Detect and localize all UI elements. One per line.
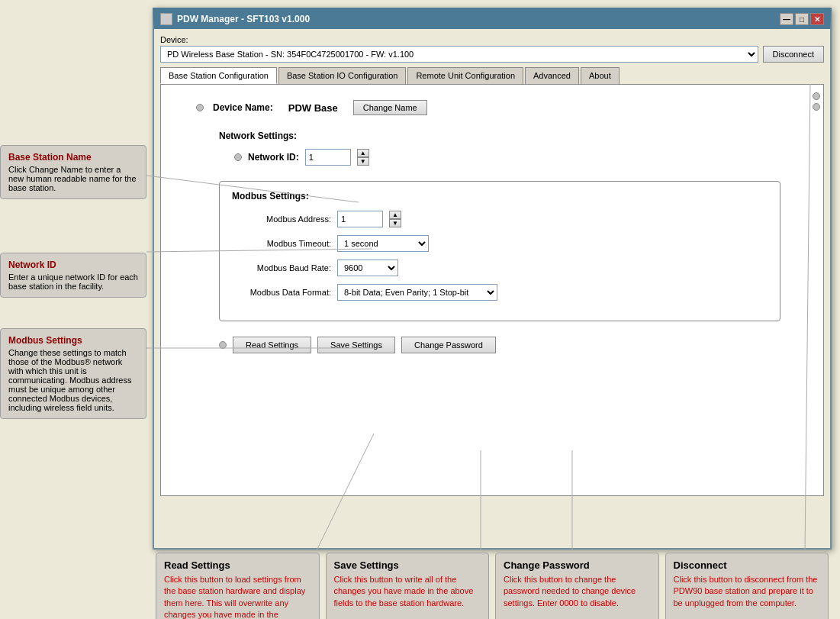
modbus-address-up-arrow[interactable]: ▲ [389,211,401,219]
network-id-up-arrow[interactable]: ▲ [357,149,369,157]
device-name-help-dot [196,104,204,111]
network-id-down-arrow[interactable]: ▼ [357,157,369,166]
modbus-address-spinner: ▲ ▼ [389,211,401,227]
buttons-help-dot [219,341,227,349]
device-label: Device: [160,35,824,44]
modbus-data-format-label: Modbus Data Format: [232,288,331,297]
modbus-address-row: Modbus Address: ▲ ▼ [232,211,768,227]
modbus-address-down-arrow[interactable]: ▼ [389,219,401,227]
modbus-data-format-row: Modbus Data Format: 8-bit Data; Even Par… [232,284,768,301]
disconnect-button[interactable]: Disconnect [763,46,824,63]
modbus-timeout-select[interactable]: 1 second 2 seconds 5 seconds 10 seconds [337,235,429,252]
tab-advanced[interactable]: Advanced [525,67,579,84]
scroll-mid-dot [813,103,820,111]
tooltip-modbus-settings: Modbus Settings Change these settings to… [0,328,146,419]
modbus-baud-row: Modbus Baud Rate: 1200 2400 4800 9600 19… [232,260,768,276]
tooltip-network-id-body: Enter a unique network ID for each base … [8,272,138,291]
scroll-top-dot [813,92,820,100]
bottom-tooltip-disconnect-title: Disconnect [674,559,821,571]
tab-panel: Device Name: PDW Base Change Name Networ… [160,84,824,496]
bottom-tooltip-disconnect-body: Click this button to disconnect from the… [674,574,821,609]
bottom-tooltip-disconnect: Disconnect Click this button to disconne… [665,553,829,619]
tabs-container: Base Station Configuration Base Station … [160,67,824,84]
bottom-tooltips: Read Settings Click this button to load … [153,550,832,619]
window-title: PDW Manager - SFT103 v1.000 [177,14,310,24]
network-id-input[interactable] [305,149,351,166]
modbus-baud-label: Modbus Baud Rate: [232,263,331,272]
modbus-settings-box: Modbus Settings: Modbus Address: ▲ ▼ Mod… [219,181,780,321]
bottom-tooltip-change-password: Change Password Click this button to cha… [495,553,659,619]
tab-base-station-io[interactable]: Base Station IO Configuration [278,67,407,84]
tooltip-base-station-name: Base Station Name Click Change Name to e… [0,145,146,199]
tooltip-modbus-settings-title: Modbus Settings [8,335,138,346]
tab-base-station-config[interactable]: Base Station Configuration [160,67,277,84]
bottom-tooltip-read-settings: Read Settings Click this button to load … [156,553,320,619]
modbus-timeout-row: Modbus Timeout: 1 second 2 seconds 5 sec… [232,235,768,252]
minimize-button[interactable]: — [780,13,793,25]
tooltip-network-id-title: Network ID [8,260,138,270]
network-settings-label: Network Settings: [219,131,811,141]
titlebar: PDW Manager - SFT103 v1.000 — □ ✕ [154,9,830,29]
app-icon [160,13,172,25]
bottom-tooltip-change-password-body: Click this button to change the password… [504,574,651,609]
read-settings-button[interactable]: Read Settings [233,337,311,353]
modbus-address-input[interactable] [337,211,383,227]
bottom-tooltip-save-settings-body: Click this button to write all of the ch… [334,574,481,609]
modbus-data-format-select[interactable]: 8-bit Data; Even Parity; 1 Stop-bit 8-bi… [337,284,497,301]
network-id-label: Network ID: [248,152,299,163]
bottom-tooltip-read-settings-body: Click this button to load settings from … [164,574,311,619]
tooltip-base-station-name-title: Base Station Name [8,152,138,163]
tooltip-base-station-name-body: Click Change Name to enter a new human r… [8,165,138,192]
bottom-tooltip-change-password-title: Change Password [504,559,651,571]
modbus-address-label: Modbus Address: [232,214,331,224]
bottom-tooltip-read-settings-title: Read Settings [164,559,311,571]
modbus-baud-select[interactable]: 1200 2400 4800 9600 19200 38400 [337,260,398,276]
change-password-button[interactable]: Change Password [401,337,496,353]
window-content: Device: PD Wireless Base Station - SN: 3… [154,29,830,548]
tab-about[interactable]: About [581,67,620,84]
tab-remote-unit-config[interactable]: Remote Unit Configuration [407,67,523,84]
tooltip-network-id: Network ID Enter a unique network ID for… [0,253,146,298]
restore-button[interactable]: □ [795,13,809,25]
device-section: Device: PD Wireless Base Station - SN: 3… [160,35,824,63]
device-name-label: Device Name: [213,102,273,113]
device-name-value: PDW Base [288,102,338,114]
save-settings-button[interactable]: Save Settings [317,337,395,353]
network-id-row: Network ID: ▲ ▼ [234,149,811,166]
window-controls: — □ ✕ [780,13,824,25]
bottom-tooltip-save-settings-title: Save Settings [334,559,481,571]
close-button[interactable]: ✕ [810,13,824,25]
network-id-spinner: ▲ ▼ [357,149,369,166]
device-name-row: Device Name: PDW Base Change Name [196,100,811,115]
modbus-timeout-label: Modbus Timeout: [232,239,331,248]
bottom-tooltip-save-settings: Save Settings Click this button to write… [326,553,490,619]
tooltip-modbus-settings-body: Change these settings to match those of … [8,348,138,412]
network-id-help-dot [234,153,242,161]
modbus-title: Modbus Settings: [232,191,768,201]
device-row: PD Wireless Base Station - SN: 354F0C472… [160,46,824,63]
main-window: PDW Manager - SFT103 v1.000 — □ ✕ Device… [153,8,832,550]
device-select[interactable]: PD Wireless Base Station - SN: 354F0C472… [160,46,758,63]
change-name-button[interactable]: Change Name [353,100,427,115]
